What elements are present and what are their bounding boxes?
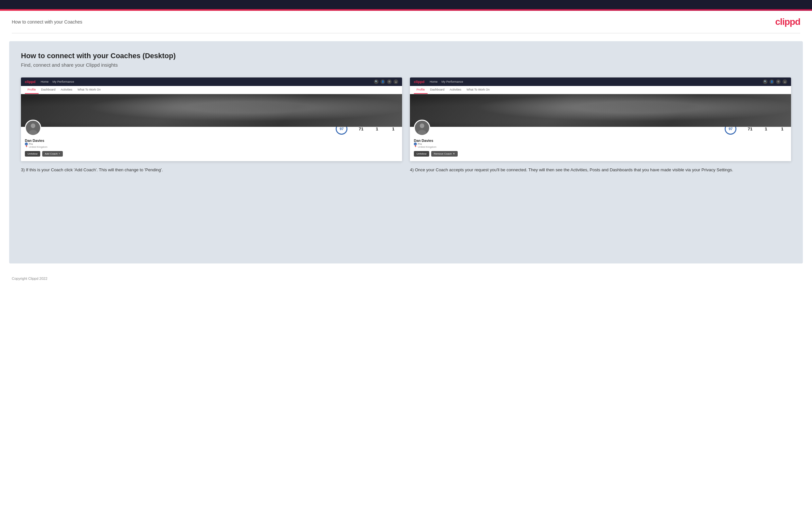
header-title: How to connect with your Coaches — [12, 19, 83, 24]
logo: clippd — [775, 17, 800, 27]
action-buttons-right: Unfollow Remove Coach ✕ — [414, 151, 787, 157]
screenshot-frame-right: clippd Home My Performance 🔍 👤 ⚙ ● Profi… — [410, 77, 791, 161]
remove-coach-button-right[interactable]: Remove Coach ✕ — [431, 151, 458, 157]
x-icon-right: ✕ — [453, 152, 455, 155]
tab-whattoworkon-left[interactable]: What To Work On — [75, 86, 103, 94]
top-bar — [0, 0, 812, 9]
app-logo-left: clippd — [25, 80, 35, 84]
profile-role-right: ✓ Pro — [414, 143, 787, 146]
profile-name-right: Dan Davies — [414, 138, 787, 143]
profile-tabs-left: Profile Dashboard Activities What To Wor… — [21, 86, 402, 94]
nav-link-home-left[interactable]: Home — [41, 80, 48, 83]
header: How to connect with your Coaches clippd — [0, 11, 812, 33]
nav-link-home-right[interactable]: Home — [429, 80, 438, 83]
avatar-icon-left[interactable]: ● — [394, 79, 398, 84]
main-subtitle: Find, connect and share your Clippd insi… — [21, 62, 791, 68]
stat-following-value-left: 1 — [388, 126, 398, 131]
tab-dashboard-left[interactable]: Dashboard — [39, 86, 58, 94]
settings-icon-left[interactable]: ⚙ — [387, 79, 392, 84]
nav-link-myperformance-right[interactable]: My Performance — [441, 80, 463, 83]
tab-profile-left[interactable]: Profile — [25, 86, 39, 94]
tab-dashboard-right[interactable]: Dashboard — [427, 86, 447, 94]
stat-activities-value-left: 71 — [357, 126, 366, 131]
cover-image-left — [21, 94, 402, 127]
settings-icon-right[interactable]: ⚙ — [776, 79, 780, 84]
app-logo-right: clippd — [414, 80, 424, 84]
avatar-left — [25, 120, 41, 136]
screenshots-row: clippd Home My Performance 🔍 👤 ⚙ ● Profi… — [21, 77, 791, 174]
verified-icon-right: ✓ — [414, 143, 417, 146]
main-title: How to connect with your Coaches (Deskto… — [21, 52, 791, 60]
unfollow-button-right[interactable]: Unfollow — [414, 151, 429, 157]
footer: Copyright Clippd 2022 — [0, 271, 812, 286]
screenshot-frame-left: clippd Home My Performance 🔍 👤 ⚙ ● Profi… — [21, 77, 402, 161]
profile-location-left: 📍 United Kingdom — [25, 146, 398, 149]
profile-location-right: 📍 United Kingdom — [414, 146, 787, 149]
cover-image-right — [410, 94, 791, 127]
unfollow-button-left[interactable]: Unfollow — [25, 151, 40, 157]
verified-icon-left: ✓ — [25, 143, 28, 146]
avatar-icon-right[interactable]: ● — [782, 79, 787, 84]
action-buttons-left: Unfollow Add Coach + — [25, 151, 398, 157]
profile-name-row-right: Dan Davies ✓ Pro 📍 United Kingdom — [414, 138, 787, 149]
app-nav-links-left: Home My Performance — [41, 80, 369, 83]
screenshot-col-left: clippd Home My Performance 🔍 👤 ⚙ ● Profi… — [21, 77, 402, 174]
stat-followers-value-right: 1 — [761, 126, 771, 131]
main-content: How to connect with your Coaches (Deskto… — [9, 41, 803, 264]
tab-activities-left[interactable]: Activities — [58, 86, 75, 94]
app-nav-icons-right: 🔍 👤 ⚙ ● — [763, 79, 787, 84]
plus-icon-left: + — [59, 152, 60, 155]
avatar-right — [414, 120, 430, 136]
divider — [12, 33, 800, 33]
profile-name-left: Dan Davies — [25, 138, 398, 143]
app-nav-icons-left: 🔍 👤 ⚙ ● — [374, 79, 398, 84]
nav-link-myperformance-left[interactable]: My Performance — [52, 80, 74, 83]
copyright: Copyright Clippd 2022 — [12, 277, 47, 280]
profile-name-row-left: Dan Davies ✓ Pro 📍 United Kingdom — [25, 138, 398, 149]
search-icon-left[interactable]: 🔍 — [374, 79, 378, 84]
app-navbar-right: clippd Home My Performance 🔍 👤 ⚙ ● — [410, 77, 791, 86]
user-icon-left[interactable]: 👤 — [380, 79, 385, 84]
description-right: 4) Once your Coach accepts your request … — [410, 166, 791, 174]
search-icon-right[interactable]: 🔍 — [763, 79, 767, 84]
tab-activities-right[interactable]: Activities — [447, 86, 464, 94]
location-pin-left: 📍 — [25, 146, 28, 149]
screenshot-col-right: clippd Home My Performance 🔍 👤 ⚙ ● Profi… — [410, 77, 791, 174]
profile-role-left: ✓ Pro — [25, 143, 398, 146]
app-navbar-left: clippd Home My Performance 🔍 👤 ⚙ ● — [21, 77, 402, 86]
tab-whattoworkon-right[interactable]: What To Work On — [464, 86, 492, 94]
profile-tabs-right: Profile Dashboard Activities What To Wor… — [410, 86, 791, 94]
location-pin-right: 📍 — [414, 146, 417, 149]
user-icon-right[interactable]: 👤 — [769, 79, 774, 84]
description-left: 3) If this is your Coach click 'Add Coac… — [21, 166, 402, 174]
stat-followers-value-left: 1 — [372, 126, 382, 131]
app-nav-links-right: Home My Performance — [429, 80, 758, 83]
stat-following-value-right: 1 — [777, 126, 787, 131]
tab-profile-right[interactable]: Profile — [414, 86, 427, 94]
add-coach-button-left[interactable]: Add Coach + — [42, 151, 63, 157]
stat-activities-value-right: 71 — [746, 126, 755, 131]
